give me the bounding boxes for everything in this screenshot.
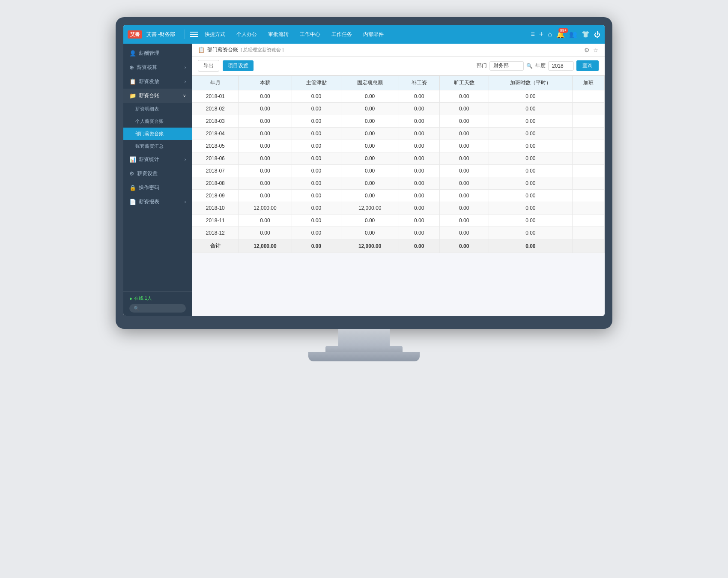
cell-total-fixed-total: 12,000.00 bbox=[341, 239, 399, 253]
search-input[interactable] bbox=[129, 304, 186, 313]
arrow-icon: › bbox=[185, 65, 186, 70]
brand-logo: 艾書 bbox=[128, 30, 142, 39]
sidebar-sub-personal-ledger[interactable]: 个人薪资台账 bbox=[123, 115, 192, 128]
cell-overtime-extra bbox=[572, 90, 604, 103]
add-icon[interactable]: + bbox=[539, 30, 544, 39]
department-input[interactable] bbox=[489, 61, 524, 71]
topbar-divider bbox=[185, 30, 185, 39]
cell-fixed-total: 0.00 bbox=[341, 215, 399, 227]
cell-supplement: 0.00 bbox=[399, 215, 439, 227]
sidebar-sub-summary[interactable]: 账套薪资汇总 bbox=[123, 140, 192, 152]
cell-fixed-total: 0.00 bbox=[341, 90, 399, 103]
cell-total-label: 合计 bbox=[192, 239, 239, 253]
sidebar-sub-dept-ledger[interactable]: 部门薪资台账 bbox=[123, 128, 192, 140]
nav-work-center[interactable]: 工作中心 bbox=[295, 29, 325, 40]
cell-supplement: 0.00 bbox=[399, 128, 439, 140]
report-icon: 📄 bbox=[129, 199, 136, 205]
sidebar-item-salary-pay[interactable]: 📋 薪资发放 › bbox=[123, 74, 192, 89]
th-overtime-extra: 加班 bbox=[572, 76, 604, 90]
notification-icon[interactable]: 🔔 99+ bbox=[556, 30, 565, 39]
stand-base-top bbox=[325, 346, 403, 352]
sidebar-sub-salary-detail[interactable]: 薪资明细表 bbox=[123, 103, 192, 115]
favorite-star-icon[interactable]: ☆ bbox=[593, 47, 599, 54]
cell-absent-days: 0.00 bbox=[439, 215, 489, 227]
table-row: 2018-06 0.00 0.00 0.00 0.00 0.00 0.00 bbox=[192, 152, 605, 165]
settings-gear-icon[interactable]: ⚙ bbox=[584, 47, 590, 54]
cell-mgr-allowance: 0.00 bbox=[292, 177, 341, 190]
sidebar-item-salary-stats[interactable]: 📊 薪资统计 › bbox=[123, 152, 192, 167]
cell-base: 0.00 bbox=[239, 115, 292, 128]
cell-mgr-allowance: 0.00 bbox=[292, 215, 341, 227]
table-row: 2018-07 0.00 0.00 0.00 0.00 0.00 0.00 bbox=[192, 165, 605, 177]
arrow-icon-ledger: ∨ bbox=[183, 93, 186, 98]
cell-absent-days: 0.00 bbox=[439, 202, 489, 215]
cell-overtime-extra bbox=[572, 115, 604, 128]
cell-absent-days: 0.00 bbox=[439, 115, 489, 128]
cell-overtime-extra bbox=[572, 140, 604, 152]
nav-personal-office[interactable]: 个人办公 bbox=[232, 29, 261, 40]
department-search-icon[interactable]: 🔍 bbox=[526, 63, 533, 69]
more-menu-icon[interactable]: ≡ bbox=[531, 30, 534, 38]
cell-fixed-total: 0.00 bbox=[341, 227, 399, 239]
nav-internal-mail[interactable]: 内部邮件 bbox=[359, 29, 388, 40]
cell-mgr-allowance: 0.00 bbox=[292, 227, 341, 239]
cell-base: 0.00 bbox=[239, 152, 292, 165]
cell-base: 0.00 bbox=[239, 165, 292, 177]
cell-overtime-extra bbox=[572, 128, 604, 140]
table-row: 2018-09 0.00 0.00 0.00 0.00 0.00 0.00 bbox=[192, 190, 605, 202]
cell-overtime-extra bbox=[572, 227, 604, 239]
settings-icon: ⚙ bbox=[129, 170, 134, 177]
sidebar-item-salary-settings[interactable]: ⚙ 薪资设置 bbox=[123, 167, 192, 181]
table-row: 2018-02 0.00 0.00 0.00 0.00 0.00 0.00 bbox=[192, 103, 605, 115]
cell-base: 0.00 bbox=[239, 190, 292, 202]
cell-absent-days: 0.00 bbox=[439, 165, 489, 177]
department-label: 部门 bbox=[477, 62, 487, 69]
cell-supplement: 0.00 bbox=[399, 115, 439, 128]
export-button[interactable]: 导出 bbox=[198, 60, 219, 72]
stats-icon: 📊 bbox=[129, 156, 136, 163]
cell-overtime-extra bbox=[572, 215, 604, 227]
breadcrumb-main: 部门薪资台账 bbox=[207, 46, 238, 54]
sidebar-label-salary-calc: 薪资核算 bbox=[137, 64, 157, 71]
year-label: 年度 bbox=[535, 62, 546, 69]
home-icon[interactable]: ⌂ bbox=[548, 30, 552, 38]
sidebar-item-salary-calc[interactable]: ⊕ 薪资核算 › bbox=[123, 60, 192, 74]
cell-base: 0.00 bbox=[239, 90, 292, 103]
cell-total-overtime-regular: 0.00 bbox=[489, 239, 572, 253]
sidebar-item-salary-ledger[interactable]: 📁 薪资台账 ∨ bbox=[123, 89, 192, 103]
cell-month: 2018-08 bbox=[192, 177, 239, 190]
cell-overtime-regular: 0.00 bbox=[489, 90, 572, 103]
cell-supplement: 0.00 bbox=[399, 140, 439, 152]
sidebar-bottom: ● 在线 1人 bbox=[123, 291, 192, 316]
cell-supplement: 0.00 bbox=[399, 202, 439, 215]
nav-approval-flow[interactable]: 审批流转 bbox=[264, 29, 293, 40]
cell-mgr-allowance: 0.00 bbox=[292, 190, 341, 202]
monitor-body: 艾書 艾書 -财务部 快捷方式 个人办公 审批流转 工作中心 工作任务 内部邮件… bbox=[116, 17, 612, 329]
cell-overtime-regular: 0.00 bbox=[489, 103, 572, 115]
sidebar-item-op-password[interactable]: 🔒 操作密码 bbox=[123, 181, 192, 195]
nav-quick-access[interactable]: 快捷方式 bbox=[200, 29, 230, 40]
query-button[interactable]: 查询 bbox=[576, 60, 599, 71]
year-input[interactable] bbox=[548, 61, 574, 71]
stand-neck bbox=[338, 329, 390, 346]
sidebar-sub-label-salary-detail: 薪资明细表 bbox=[135, 106, 159, 112]
ledger-icon: 📁 bbox=[129, 92, 136, 99]
cell-total-base: 12,000.00 bbox=[239, 239, 292, 253]
sidebar-item-salary-report[interactable]: 📄 薪资报表 › bbox=[123, 195, 192, 209]
notification-badge: 99+ bbox=[558, 28, 568, 33]
cell-overtime-regular: 0.00 bbox=[489, 227, 572, 239]
cell-month: 2018-06 bbox=[192, 152, 239, 165]
arrow-icon-pay: › bbox=[185, 79, 186, 84]
shirt-icon[interactable]: 👕 bbox=[582, 30, 590, 38]
nav-work-task[interactable]: 工作任务 bbox=[327, 29, 356, 40]
project-settings-button[interactable]: 项目设置 bbox=[223, 60, 254, 71]
cell-base: 0.00 bbox=[239, 177, 292, 190]
hamburger-menu-icon[interactable] bbox=[190, 32, 198, 37]
cell-fixed-total: 12,000.00 bbox=[341, 202, 399, 215]
power-icon[interactable]: ⏻ bbox=[594, 31, 600, 38]
sidebar-item-payroll-mgmt[interactable]: 👤 薪酬管理 bbox=[123, 46, 192, 60]
user-group-icon[interactable]: 👥 bbox=[569, 30, 577, 38]
cell-supplement: 0.00 bbox=[399, 103, 439, 115]
cell-overtime-extra bbox=[572, 190, 604, 202]
cell-supplement: 0.00 bbox=[399, 177, 439, 190]
